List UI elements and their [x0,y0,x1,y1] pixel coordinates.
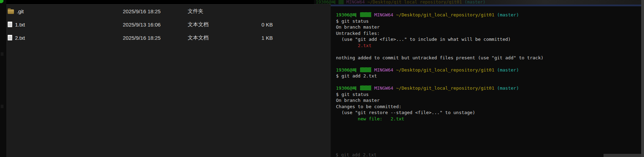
terminal-line: new file: 2.txt [336,116,638,122]
table-row[interactable]: 1.txt 2025/9/13 16:06 文本文档 0 KB [6,18,331,31]
terminal-line: On branch master [336,97,638,104]
file-name: .git [17,8,24,14]
terminal-line [336,61,638,67]
file-type: 文本文档 [188,18,209,31]
file-date: 2025/9/16 18:25 [123,5,160,18]
file-type: 文件夹 [188,5,203,18]
table-row[interactable]: 2.txt 2025/9/16 18:25 文本文档 1 KB [6,31,331,44]
terminal-line: 19306@쩨 MINGW64 ~/Desktop/git_local_repo… [336,12,638,18]
file-size: 1 KB [237,31,273,44]
terminal-line: On branch master [336,24,638,30]
garbled-hostname-block [360,67,371,72]
background-glyph [1,52,3,56]
file-explorer-pane[interactable]: .git 2025/9/16 18:25 文件夹 1.txt 2025/9/13… [6,4,331,157]
background-terminal-prompt: 19306@쩨 ▒▒ MINGW64 ~/Desktop/git_local_r… [316,0,511,4]
background-terminal-bottom-line: $ git add 2.txt [336,152,376,157]
git-bash-terminal[interactable]: 19306@쩨 MINGW64 ~/Desktop/git_local_repo… [331,5,641,157]
text-file-icon [8,22,12,27]
terminal-line [336,48,638,55]
folder-icon [8,9,14,14]
terminal-output: 19306@쩨 MINGW64 ~/Desktop/git_local_repo… [336,12,638,157]
terminal-line: 2.txt [336,43,638,49]
garbled-hostname-block [360,85,371,90]
terminal-line: (use "git restore --staged <file>..." to… [336,110,638,116]
file-name: 1.txt [15,22,25,28]
background-app-icon [0,0,3,3]
terminal-line: $ git add 2.txt [336,73,638,79]
terminal-line: Changes to be committed: [336,104,638,110]
background-window-edge [0,0,6,157]
terminal-line: 19306@쩨 MINGW64 ~/Desktop/git_local_repo… [336,67,638,73]
file-name: 2.txt [15,35,25,41]
text-file-icon [8,35,12,40]
terminal-scrollbar[interactable] [641,0,644,157]
terminal-line [336,79,638,85]
table-row[interactable]: .git 2025/9/16 18:25 文件夹 [6,5,331,18]
terminal-line: (use "git add <file>..." to include in w… [336,36,638,43]
background-glyph [1,105,3,108]
terminal-line: Untracked files: [336,30,638,37]
garbled-hostname-block [360,12,371,17]
file-date: 2025/9/16 18:25 [123,31,160,44]
file-size [237,5,273,18]
terminal-line: $ git status [336,91,638,98]
terminal-line: $ git status [336,18,638,24]
terminal-top-accent [331,5,641,6]
terminal-line: 19306@쩨 MINGW64 ~/Desktop/git_local_repo… [336,85,638,91]
file-list: .git 2025/9/16 18:25 文件夹 1.txt 2025/9/13… [6,5,331,44]
file-type: 文本文档 [188,31,209,44]
file-date: 2025/9/13 16:06 [123,18,160,31]
terminal-line: nothing added to commit but untracked fi… [336,55,638,61]
file-size: 0 KB [237,18,273,31]
taskbar-edge [604,154,641,157]
